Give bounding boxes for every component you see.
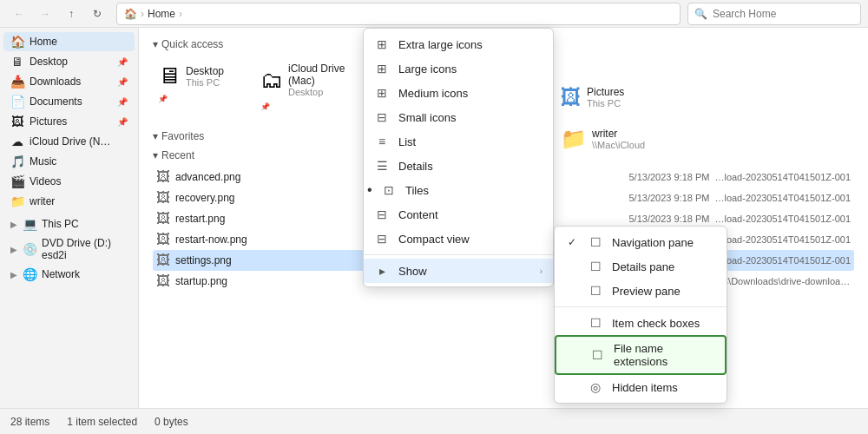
menu-item-content[interactable]: ⊟ Content (364, 202, 553, 227)
file-path-1: …load-20230514T041501Z-001 (714, 193, 851, 203)
documents-icon: 📄 (10, 95, 24, 108)
sidebar-item-icloud[interactable]: ☁ iCloud Drive (N… (3, 132, 135, 151)
sidebar-item-dvd[interactable]: ▶ 💿 DVD Drive (D:) esd2i (3, 234, 135, 264)
breadcrumb[interactable]: 🏠 › Home › (116, 3, 681, 25)
writer-folder-icon: 📁 (561, 127, 587, 151)
file-date-1: 5/13/2023 9:18 PM (596, 193, 709, 203)
writer-icon: 📁 (10, 194, 24, 208)
extra-large-label: Extra large icons (398, 38, 542, 51)
menu-item-file-name-ext[interactable]: ☐ File name extensions (555, 335, 727, 375)
menu-item-large[interactable]: ⊞ Large icons (364, 56, 553, 81)
show-separator (555, 306, 727, 307)
list-label: List (398, 135, 542, 148)
doc-icon-3: 🖼 (156, 232, 170, 247)
search-input[interactable] (687, 3, 861, 25)
file-card-desktop[interactable]: 🖥 Desktop This PC 📌 (153, 57, 248, 116)
menu-item-details-pane[interactable]: ☐ Details pane (555, 254, 727, 279)
file-card-pictures[interactable]: 🖼 Pictures This PC (556, 80, 651, 115)
file-date-0: 5/13/2023 9:18 PM (596, 172, 709, 182)
menu-item-hidden-items[interactable]: ◎ Hidden items (555, 375, 727, 399)
desktop-card-subtitle: This PC (186, 77, 224, 88)
sidebar-label-icloud: iCloud Drive (N… (30, 135, 128, 148)
icloud-card-name: iCloud Drive (Mac) (288, 62, 345, 87)
menu-item-preview-pane[interactable]: ☐ Preview pane (555, 279, 727, 303)
menu-item-item-checkboxes[interactable]: ☐ Item check boxes (555, 311, 727, 335)
sidebar-label-videos: Videos (30, 175, 128, 187)
quick-access-label: Quick access (161, 38, 223, 50)
extra-large-icon: ⊞ (374, 37, 390, 51)
sidebar-item-thispc[interactable]: ▶ 💻 This PC (3, 214, 135, 233)
sidebar-label-documents: Documents (30, 95, 112, 108)
sidebar-item-music[interactable]: 🎵 Music (3, 152, 135, 171)
search-icon: 🔍 (694, 8, 707, 20)
sidebar-item-downloads[interactable]: 📥 Downloads 📌 (3, 72, 135, 91)
up-button[interactable]: ↑ (59, 3, 83, 24)
sidebar-item-network[interactable]: ▶ 🌐 Network (3, 265, 135, 284)
sidebar-item-videos[interactable]: 🎬 Videos (3, 172, 135, 191)
sidebar-item-documents[interactable]: 📄 Documents 📌 (3, 92, 135, 111)
item-check-icon: ☐ (588, 316, 603, 330)
menu-item-small[interactable]: ⊟ Small icons (364, 105, 553, 129)
menu-item-compact[interactable]: ⊟ Compact view (364, 227, 553, 251)
file-card-icloud[interactable]: 🗂 iCloud Drive (Mac) Desktop 📌 (255, 57, 351, 116)
doc-icon-2: 🖼 (156, 211, 170, 227)
music-icon: 🎵 (10, 155, 24, 168)
sidebar-label-writer: writer (30, 195, 128, 207)
search-wrap: 🔍 (687, 3, 861, 25)
menu-item-list[interactable]: ≡ List (364, 129, 553, 154)
hidden-items-label: Hidden items (612, 381, 716, 394)
details-icon: ☰ (374, 159, 390, 173)
pin-icon-desktop: 📌 (117, 57, 128, 67)
favorites-arrow: ▾ (153, 130, 158, 142)
pics-card-subtitle: This PC (587, 98, 624, 108)
pictures-folder-icon: 🖼 (561, 85, 582, 109)
nav-pane-label: Navigation pane (612, 236, 716, 249)
nav-pane-icon: ☐ (588, 235, 603, 249)
pin-icon-pictures: 📌 (117, 117, 128, 127)
writer-card-subtitle: \\Mac\iCloud (592, 140, 645, 150)
file-card-writer[interactable]: 📁 writer \\Mac\iCloud (556, 122, 651, 156)
doc-icon-5: 🖼 (156, 273, 170, 289)
menu-item-show[interactable]: ▸ Show › (364, 259, 553, 283)
list-icon: ≡ (374, 135, 390, 148)
thispc-icon: 💻 (23, 217, 36, 231)
preview-pane-label: Preview pane (612, 285, 716, 298)
desktop-folder-icon: 🖥 (158, 62, 181, 89)
nav-buttons: ← → ↑ ↻ (7, 3, 109, 24)
details-label: Details (398, 160, 542, 173)
refresh-button[interactable]: ↻ (85, 3, 109, 24)
sidebar-label-dvd: DVD Drive (D:) esd2i (42, 237, 128, 261)
details-pane-label: Details pane (612, 260, 716, 273)
downloads-icon: 📥 (10, 75, 24, 89)
favorites-label: Favorites (161, 130, 204, 142)
sidebar-item-writer[interactable]: 📁 writer (3, 192, 135, 211)
show-label: Show (398, 265, 531, 278)
expand-dvd-icon: ▶ (10, 245, 17, 254)
menu-item-nav-pane[interactable]: ✓ ☐ Navigation pane (555, 230, 727, 254)
desktop-card-name: Desktop (186, 65, 224, 77)
file-ext-label: File name extensions (614, 342, 714, 368)
content-icon: ⊟ (374, 207, 390, 221)
menu-item-extra-large[interactable]: ⊞ Extra large icons (364, 32, 553, 56)
sidebar-item-home[interactable]: 🏠 Home (3, 32, 135, 51)
menu-item-medium[interactable]: ⊞ Medium icons (364, 81, 553, 105)
menu-item-tiles[interactable]: ⊡ Tiles (364, 178, 553, 202)
tiles-label: Tiles (405, 184, 542, 197)
breadcrumb-home-icon: 🏠 (124, 8, 137, 20)
sidebar-item-pictures[interactable]: 🖼 Pictures 📌 (3, 112, 135, 131)
doc-icon-1: 🖼 (156, 190, 170, 206)
desktop-pin-icon: 📌 (158, 95, 168, 103)
show-icon: ▸ (374, 264, 390, 278)
back-button[interactable]: ← (7, 3, 31, 24)
doc-icon-0: 🖼 (156, 169, 170, 185)
file-path-3: …load-20230514T041501Z-001 (714, 234, 851, 245)
compact-icon: ⊟ (374, 232, 390, 246)
nav-pane-check: ✓ (565, 236, 579, 248)
selected-size: 0 bytes (155, 416, 188, 428)
sidebar-item-desktop[interactable]: 🖥 Desktop 📌 (3, 52, 135, 71)
menu-item-details[interactable]: ☰ Details (364, 154, 553, 178)
home-icon: 🏠 (10, 35, 24, 49)
sidebar-label-music: Music (30, 155, 128, 168)
sidebar-label-desktop: Desktop (30, 56, 112, 68)
forward-button[interactable]: → (33, 3, 57, 24)
